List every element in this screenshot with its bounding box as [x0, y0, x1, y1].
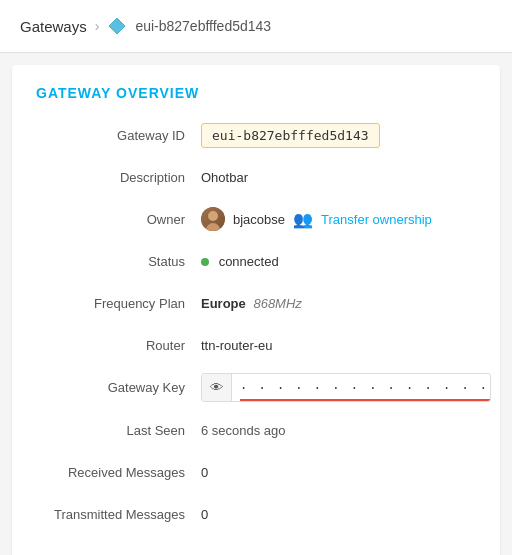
avatar-image	[201, 207, 225, 231]
gateway-overview-panel: GATEWAY OVERVIEW Gateway ID eui-b827ebff…	[12, 65, 500, 555]
owner-row: Owner bjacobse 👥 Transfer ownership	[36, 205, 476, 233]
frequency-region: Europe	[201, 296, 246, 311]
gateway-key-value: 👁 · · · · · · · · · · · · · · · · · · · …	[201, 373, 491, 402]
people-icon: 👥	[293, 210, 313, 229]
transmitted-messages-value: 0	[201, 507, 476, 522]
owner-label: Owner	[36, 212, 201, 227]
status-text: connected	[219, 254, 279, 269]
key-underline	[240, 399, 490, 401]
frequency-row: Frequency Plan Europe 868MHz	[36, 289, 476, 317]
breadcrumb-current-id: eui-b827ebfffed5d143	[135, 18, 271, 34]
owner-name: bjacobse	[233, 212, 285, 227]
received-messages-label: Received Messages	[36, 465, 201, 480]
section-title: GATEWAY OVERVIEW	[36, 85, 476, 101]
breadcrumb-home[interactable]: Gateways	[20, 18, 87, 35]
last-seen-value: 6 seconds ago	[201, 423, 476, 438]
gateway-icon	[107, 16, 127, 36]
eye-icon: 👁	[210, 380, 223, 395]
transfer-ownership-link[interactable]: Transfer ownership	[321, 212, 432, 227]
gateway-id-label: Gateway ID	[36, 128, 201, 143]
breadcrumb-separator: ›	[95, 18, 100, 34]
description-label: Description	[36, 170, 201, 185]
transmitted-messages-row: Transmitted Messages 0	[36, 500, 476, 528]
status-value: connected	[201, 254, 476, 269]
gateway-id-badge: eui-b827ebfffed5d143	[201, 123, 380, 148]
frequency-value: Europe 868MHz	[201, 296, 476, 311]
reveal-key-button[interactable]: 👁	[202, 374, 232, 401]
svg-marker-0	[109, 18, 125, 34]
received-messages-row: Received Messages 0	[36, 458, 476, 486]
last-seen-row: Last Seen 6 seconds ago	[36, 416, 476, 444]
description-value: Ohotbar	[201, 170, 476, 185]
key-dots: · · · · · · · · · · · · · · · · · · · · …	[232, 375, 490, 401]
frequency-label: Frequency Plan	[36, 296, 201, 311]
breadcrumb: Gateways › eui-b827ebfffed5d143	[0, 0, 512, 53]
gateway-key-label: Gateway Key	[36, 380, 201, 395]
status-label: Status	[36, 254, 201, 269]
description-row: Description Ohotbar	[36, 163, 476, 191]
router-row: Router ttn-router-eu	[36, 331, 476, 359]
gateway-id-row: Gateway ID eui-b827ebfffed5d143	[36, 121, 476, 149]
router-value: ttn-router-eu	[201, 338, 476, 353]
gateway-id-value: eui-b827ebfffed5d143	[201, 123, 476, 148]
status-row: Status connected	[36, 247, 476, 275]
frequency-mhz: 868MHz	[253, 296, 301, 311]
router-label: Router	[36, 338, 201, 353]
status-dot	[201, 258, 209, 266]
owner-value: bjacobse 👥 Transfer ownership	[201, 207, 476, 231]
received-messages-value: 0	[201, 465, 476, 480]
transmitted-messages-label: Transmitted Messages	[36, 507, 201, 522]
gateway-key-container: 👁 · · · · · · · · · · · · · · · · · · · …	[201, 373, 491, 402]
last-seen-label: Last Seen	[36, 423, 201, 438]
gateway-key-row: Gateway Key 👁 · · · · · · · · · · · · · …	[36, 373, 476, 402]
avatar	[201, 207, 225, 231]
